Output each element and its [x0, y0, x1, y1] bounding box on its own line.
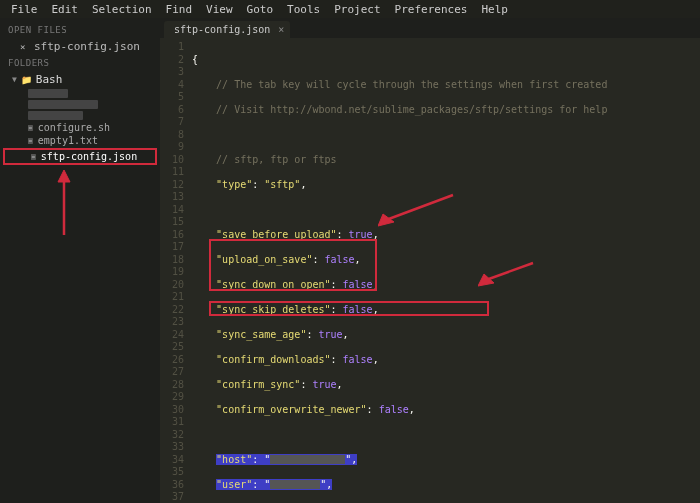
menu-view[interactable]: View [199, 3, 240, 16]
file-icon: ▣ [28, 123, 33, 132]
menu-find[interactable]: Find [159, 3, 200, 16]
chevron-down-icon: ▼ [12, 75, 17, 84]
file-icon: ▣ [31, 152, 36, 161]
file-item-blurred-2[interactable] [0, 99, 160, 110]
editor-pane: sftp-config.json × 123456789101112131415… [160, 18, 700, 503]
sidebar: OPEN FILES × sftp-config.json FOLDERS ▼ … [0, 18, 160, 503]
folder-icon: 📁 [21, 75, 32, 85]
menu-preferences[interactable]: Preferences [388, 3, 475, 16]
file-item-empty[interactable]: ▣ empty1.txt [0, 134, 160, 147]
file-item-configure[interactable]: ▣ configure.sh [0, 121, 160, 134]
code-content[interactable]: { // The tab key will cycle through the … [192, 41, 700, 503]
menu-selection[interactable]: Selection [85, 3, 159, 16]
line-gutter: 1234567891011121314151617181920212223242… [160, 41, 192, 503]
open-file-item[interactable]: × sftp-config.json [0, 38, 160, 55]
menu-project[interactable]: Project [327, 3, 387, 16]
close-icon[interactable]: × [20, 42, 30, 52]
file-icon: ▣ [28, 136, 33, 145]
file-item-blurred-3[interactable] [0, 110, 160, 121]
tab-sftp-config[interactable]: sftp-config.json × [164, 21, 290, 38]
file-label: sftp-config.json [41, 151, 137, 162]
file-item-sftp-config[interactable]: ▣ sftp-config.json [3, 148, 157, 165]
close-icon[interactable]: × [278, 24, 284, 35]
menu-goto[interactable]: Goto [240, 3, 281, 16]
folders-header: FOLDERS [0, 55, 160, 71]
menu-file[interactable]: File [4, 3, 45, 16]
file-label: configure.sh [38, 122, 110, 133]
open-files-header: OPEN FILES [0, 22, 160, 38]
code-area[interactable]: 1234567891011121314151617181920212223242… [160, 38, 700, 503]
menu-edit[interactable]: Edit [45, 3, 86, 16]
menu-help[interactable]: Help [474, 3, 515, 16]
file-label: empty1.txt [38, 135, 98, 146]
tab-label: sftp-config.json [174, 24, 270, 35]
folder-root[interactable]: ▼ 📁 Bash [0, 71, 160, 88]
folder-label: Bash [36, 73, 63, 86]
file-item-blurred-1[interactable] [0, 88, 160, 99]
open-file-label: sftp-config.json [34, 40, 140, 53]
menu-tools[interactable]: Tools [280, 3, 327, 16]
tab-bar: sftp-config.json × [160, 18, 700, 38]
menu-bar: File Edit Selection Find View Goto Tools… [0, 0, 700, 18]
